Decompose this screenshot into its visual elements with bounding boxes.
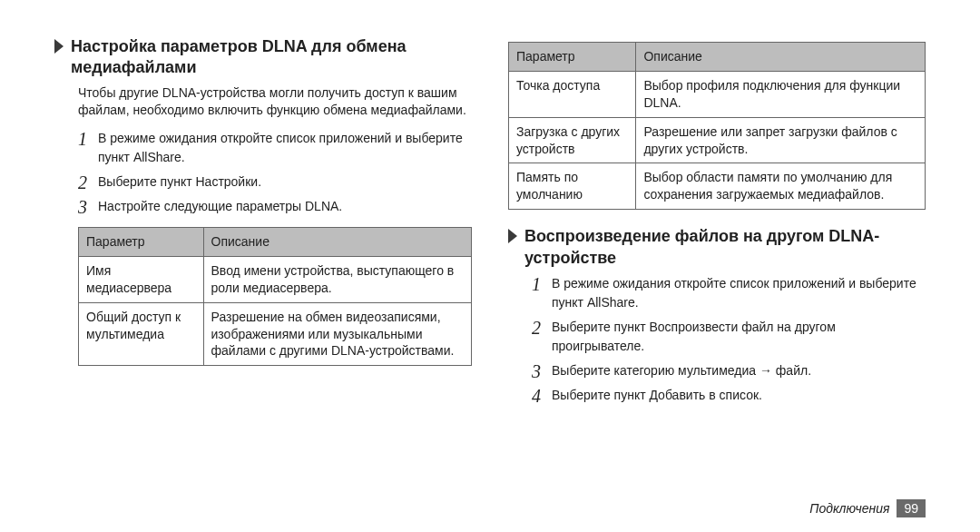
heading-dlna-settings: Настройка параметров DLNA для обмена мед… (54, 36, 472, 79)
table-cell: Выбор области памяти по умолчанию для со… (636, 163, 926, 210)
page-footer: Подключения 99 (809, 499, 926, 517)
chevron-right-icon (54, 39, 65, 54)
steps-list-left: В режиме ожидания откройте список прилож… (78, 129, 472, 222)
table-cell: Разрешение на обмен видеозаписями, изобр… (203, 302, 471, 366)
table-cell: Выбор профиля подключения для функции DL… (636, 71, 926, 117)
footer-section-label: Подключения (809, 501, 889, 516)
table-header: Описание (636, 43, 926, 72)
svg-marker-0 (54, 39, 64, 54)
table-row: Память по умолчанию Выбор области памяти… (509, 163, 926, 210)
table-cell: Ввод имени устройства, выступающего в ро… (203, 256, 471, 302)
intro-paragraph: Чтобы другие DLNA-устройства могли получ… (78, 84, 472, 120)
step-item: В режиме ожидания откройте список прилож… (78, 129, 472, 167)
footer-page-number: 99 (897, 499, 926, 517)
svg-marker-1 (508, 229, 517, 243)
heading-text: Настройка параметров DLNA для обмена мед… (71, 36, 472, 79)
table-cell: Имя медиасервера (79, 256, 204, 302)
table-header: Параметр (79, 227, 204, 256)
step-item: Выберите пункт Добавить в список. (532, 386, 926, 405)
table-cell: Общий доступ к мультимедиа (79, 302, 204, 366)
step-item: Настройте следующие параметры DLNA. (78, 197, 472, 216)
table-header: Описание (203, 227, 471, 256)
step-item: Выберите категорию мультимедиа → файл. (532, 361, 926, 380)
params-table-left: Параметр Описание Имя медиасервера Ввод … (78, 227, 472, 366)
heading-dlna-play: Воспроизведение файлов на другом DLNA-ус… (508, 226, 926, 269)
step-item: Выберите пункт Настройки. (78, 172, 472, 192)
table-row: Загрузка с других устройств Разрешение и… (509, 117, 926, 163)
chevron-right-icon (508, 229, 519, 243)
right-column: Параметр Описание Точка доступа Выбор пр… (508, 36, 926, 472)
step-item: Выберите пункт Воспроизвести файл на дру… (532, 318, 926, 356)
step-item: В режиме ожидания откройте список прилож… (532, 274, 926, 312)
heading-text: Воспроизведение файлов на другом DLNA-ус… (524, 226, 926, 269)
table-cell: Память по умолчанию (509, 163, 636, 210)
table-row: Имя медиасервера Ввод имени устройства, … (79, 256, 472, 302)
table-cell: Загрузка с других устройств (509, 117, 636, 163)
table-row: Точка доступа Выбор профиля подключения … (509, 71, 926, 117)
table-cell: Точка доступа (509, 71, 636, 117)
steps-list-right: В режиме ожидания откройте список прилож… (532, 274, 926, 410)
left-column: Настройка параметров DLNA для обмена мед… (54, 36, 472, 472)
table-cell: Разрешение или запрет загрузки файлов с … (636, 117, 926, 163)
params-table-right: Параметр Описание Точка доступа Выбор пр… (508, 42, 926, 210)
table-header: Параметр (509, 43, 636, 72)
table-row: Общий доступ к мультимедиа Разрешение на… (79, 302, 472, 366)
